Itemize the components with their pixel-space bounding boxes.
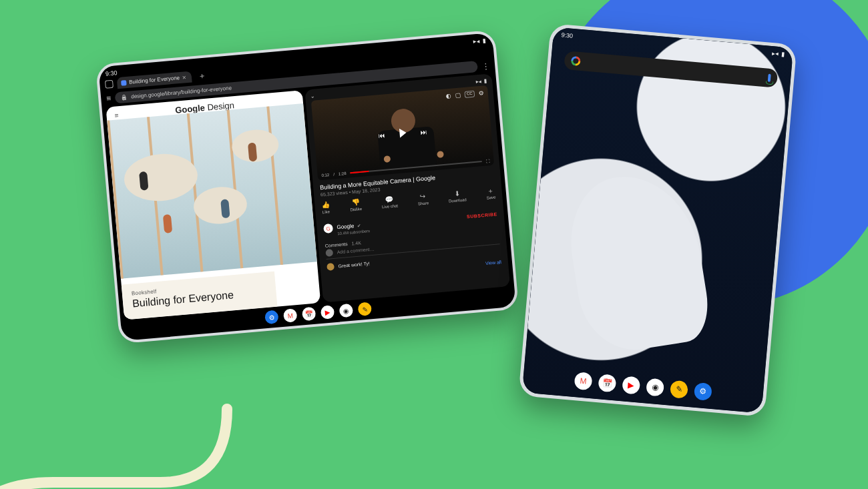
dock-settings-icon[interactable]: ⚙: [694, 382, 712, 401]
wifi-icon: ▸◂: [476, 79, 482, 85]
split-view: ≡ Google Design Bookshelf Building for E…: [101, 73, 514, 320]
settings-gear-icon[interactable]: ⚙: [478, 89, 484, 97]
dock-settings-icon[interactable]: ⚙: [264, 310, 279, 325]
action-share[interactable]: ↪Share: [417, 193, 429, 205]
dock-gmail-icon[interactable]: M: [574, 372, 592, 390]
dock-gmail-icon[interactable]: M: [283, 308, 298, 323]
home-icon[interactable]: [105, 79, 114, 88]
cc-icon[interactable]: CC: [465, 91, 475, 98]
tablet-portrait: 9:30 ▸◂ ▮ M📅▶◉✎⚙: [518, 23, 797, 417]
close-tab-icon[interactable]: [182, 73, 187, 81]
progress-fill: [350, 171, 369, 173]
action-download[interactable]: ⬇Download: [448, 189, 467, 203]
article-card[interactable]: Bookshelf Building for Everyone: [122, 272, 278, 320]
verified-icon: ✔: [357, 223, 361, 227]
dock-calendar-icon[interactable]: 📅: [302, 307, 316, 322]
screen-landscape: 9:30 ▸◂ ▮ Building for Everyone ＋ ≡ desi…: [98, 33, 516, 341]
autoplay-toggle[interactable]: ◐: [445, 93, 451, 100]
time-total: 1:28: [339, 171, 347, 176]
tab-favicon: [121, 80, 127, 86]
hamburger-icon[interactable]: ≡: [106, 93, 112, 103]
comment-text: Great work! Ty!: [338, 261, 370, 268]
dock-youtube-icon[interactable]: ▶: [622, 376, 640, 394]
status-time: 9:30: [105, 69, 118, 77]
wifi-icon: ▸◂: [772, 50, 779, 57]
video-player[interactable]: ◐ ▢ CC ⚙ 0:12 / 1:28: [311, 85, 494, 181]
dock-chrome-icon[interactable]: ◉: [339, 304, 354, 318]
status-time: 9:30: [561, 31, 573, 39]
overflow-menu-icon[interactable]: [481, 59, 490, 72]
bg-cream-stroke: [0, 376, 254, 489]
lock-icon: [120, 94, 128, 101]
battery-icon: ▮: [482, 37, 486, 44]
dock-calendar-icon[interactable]: 📅: [598, 374, 616, 392]
cast-icon[interactable]: ▢: [455, 91, 461, 99]
skip-prev-icon[interactable]: [377, 129, 385, 141]
commenter-avatar: [327, 263, 335, 271]
wifi-icon: ▸◂: [473, 38, 481, 45]
channel-name: Google: [337, 223, 354, 230]
skip-next-icon[interactable]: [420, 125, 428, 137]
chevron-down-icon[interactable]: ⌄: [310, 93, 316, 99]
split-right-youtube: ⌄ ▸◂ ▮ ◐ ▢ CC ⚙: [304, 73, 510, 302]
action-like[interactable]: 👍Like: [321, 201, 331, 214]
channel-avatar: G: [323, 223, 333, 233]
action-save[interactable]: ＋Save: [485, 187, 495, 200]
fullscreen-icon[interactable]: ⛶: [485, 159, 490, 163]
tab-title: Building for Everyone: [129, 75, 180, 85]
time-current: 0:12: [321, 173, 329, 177]
play-icon[interactable]: [399, 128, 406, 138]
hero-illustration: [107, 103, 317, 279]
new-tab-button[interactable]: ＋: [195, 69, 209, 82]
comment-placeholder: Add a comment…: [337, 247, 374, 255]
dock-youtube-icon[interactable]: ▶: [320, 305, 335, 320]
battery-icon: ▮: [781, 51, 785, 57]
split-left-webpage: ≡ Google Design Bookshelf Building for E…: [105, 90, 320, 320]
share-icon: ↪: [420, 193, 426, 201]
action-dislike[interactable]: 👎Dislike: [349, 199, 362, 211]
tablet-landscape: 9:30 ▸◂ ▮ Building for Everyone ＋ ≡ desi…: [95, 30, 519, 344]
dock-keep-icon[interactable]: ✎: [670, 380, 688, 399]
dock-keep-icon[interactable]: ✎: [357, 302, 372, 316]
save-icon: ＋: [487, 187, 494, 195]
status-icons: ▸◂ ▮: [473, 37, 487, 45]
action-live-chat[interactable]: 💬Live chat: [381, 195, 398, 209]
dislike-icon: 👎: [351, 199, 360, 206]
download-icon: ⬇: [454, 190, 460, 197]
mic-icon[interactable]: [768, 74, 771, 82]
like-icon: 👍: [321, 201, 330, 209]
subscribe-button[interactable]: SUBSCRIBE: [467, 211, 497, 219]
screen-portrait: 9:30 ▸◂ ▮ M📅▶◉✎⚙: [522, 27, 794, 413]
live chat-icon: 💬: [385, 196, 394, 203]
battery-icon: ▮: [484, 78, 487, 84]
user-avatar: [325, 249, 333, 257]
dock-chrome-icon[interactable]: ◉: [646, 378, 664, 397]
google-logo-icon: [571, 56, 581, 66]
